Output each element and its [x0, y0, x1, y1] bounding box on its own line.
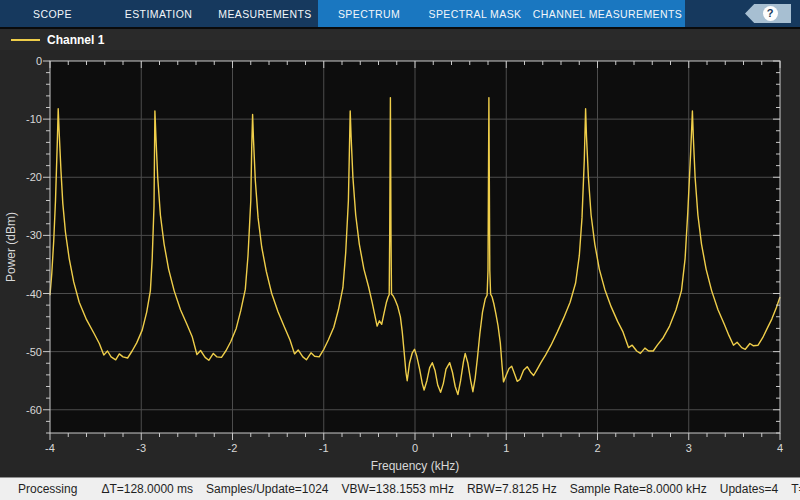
svg-text:-50: -50 — [26, 346, 42, 358]
legend-bar: Channel 1 — [0, 29, 800, 50]
question-icon: ? — [763, 6, 778, 21]
svg-text:3: 3 — [686, 442, 692, 454]
tab-scope[interactable]: SCOPE — [0, 0, 105, 27]
tab-measurements[interactable]: MEASUREMENTS — [212, 0, 318, 27]
status-bar: Processing ΔT=128.0000 ms Samples/Update… — [0, 477, 800, 500]
status-vbw: VBW=138.1553 mHz — [342, 482, 454, 496]
spectrum-plot[interactable]: -4-3-2-1012340-10-20-30-40-50-60Frequenc… — [0, 50, 800, 477]
svg-text:0: 0 — [36, 55, 42, 67]
help-button[interactable]: ? — [745, 4, 791, 23]
svg-text:-2: -2 — [228, 442, 238, 454]
svg-text:-1: -1 — [319, 442, 329, 454]
channel1-line-swatch — [11, 39, 40, 41]
svg-text:-4: -4 — [45, 442, 55, 454]
svg-text:1: 1 — [503, 442, 509, 454]
plot-region: -4-3-2-1012340-10-20-30-40-50-60Frequenc… — [0, 50, 800, 477]
channel1-legend-label: Channel 1 — [47, 33, 104, 47]
svg-text:-3: -3 — [136, 442, 146, 454]
tab-spectral-mask[interactable]: SPECTRAL MASK — [420, 0, 530, 27]
x-axis-label: Frequency (kHz) — [371, 459, 460, 473]
svg-text:4: 4 — [777, 442, 783, 454]
status-sample-rate: Sample Rate=8.0000 kHz — [570, 482, 707, 496]
tab-spectrum[interactable]: SPECTRUM — [318, 0, 420, 27]
status-samples-per-update: Samples/Update=1024 — [206, 482, 328, 496]
tab-channel-measurements[interactable]: CHANNEL MEASUREMENTS — [530, 0, 685, 27]
svg-text:-30: -30 — [26, 229, 42, 241]
status-delta-t: ΔT=128.0000 ms — [101, 482, 193, 496]
svg-text:-40: -40 — [26, 288, 42, 300]
status-readouts: ΔT=128.0000 ms Samples/Update=1024 VBW=1… — [101, 482, 800, 496]
toolstrip: SCOPE ESTIMATION MEASUREMENTS SPECTRUM S… — [0, 0, 800, 27]
status-rbw: RBW=7.8125 Hz — [467, 482, 557, 496]
tab-estimation[interactable]: ESTIMATION — [105, 0, 212, 27]
svg-text:-10: -10 — [26, 113, 42, 125]
svg-text:-20: -20 — [26, 171, 42, 183]
svg-text:2: 2 — [594, 442, 600, 454]
svg-text:-60: -60 — [26, 404, 42, 416]
y-axis-label: Power (dBm) — [4, 212, 18, 282]
status-time: T=0.5569 — [791, 482, 800, 496]
status-updates: Updates=4 — [720, 482, 778, 496]
svg-text:0: 0 — [412, 442, 418, 454]
processing-status: Processing — [18, 482, 77, 496]
